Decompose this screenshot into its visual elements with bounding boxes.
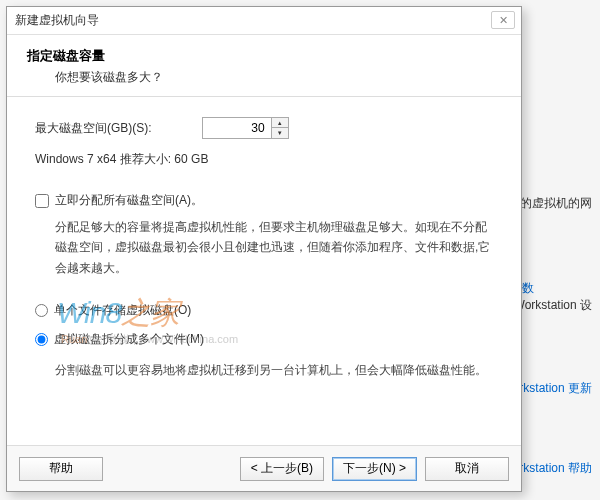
allocate-now-checkbox[interactable] <box>35 194 49 208</box>
split-multi-label: 虚拟磁盘拆分成多个文件(M) <box>54 331 204 348</box>
titlebar: 新建虚拟机向导 ✕ <box>7 7 521 35</box>
help-button[interactable]: 帮助 <box>19 457 103 481</box>
header-title: 指定磁盘容量 <box>27 47 501 65</box>
close-button[interactable]: ✕ <box>491 11 515 29</box>
allocate-now-row: 立即分配所有磁盘空间(A)。 <box>35 192 493 209</box>
wizard-footer: 帮助 < 上一步(B) 下一步(N) > 取消 <box>7 445 521 491</box>
header-subtitle: 你想要该磁盘多大？ <box>27 69 501 86</box>
split-single-radio[interactable] <box>35 304 48 317</box>
split-single-row: 单个文件存储虚拟磁盘(O) <box>35 302 493 319</box>
allocate-description: 分配足够大的容量将提高虚拟机性能，但要求主机物理磁盘足够大。如现在不分配磁盘空间… <box>35 217 493 278</box>
split-multi-row: 虚拟磁盘拆分成多个文件(M) <box>35 331 493 348</box>
recommended-size: Windows 7 x64 推荐大小: 60 GB <box>35 151 493 168</box>
new-vm-wizard-dialog: 新建虚拟机向导 ✕ 指定磁盘容量 你想要该磁盘多大？ 最大磁盘空间(GB)(S)… <box>6 6 522 492</box>
spinner-down[interactable]: ▼ <box>272 128 288 138</box>
disk-size-spinner[interactable]: ▲ ▼ <box>202 117 289 139</box>
spinner-up[interactable]: ▲ <box>272 118 288 128</box>
split-single-label: 单个文件存储虚拟磁盘(O) <box>54 302 191 319</box>
dialog-title: 新建虚拟机向导 <box>15 12 99 29</box>
back-button[interactable]: < 上一步(B) <box>240 457 324 481</box>
split-description: 分割磁盘可以更容易地将虚拟机迁移到另一台计算机上，但会大幅降低磁盘性能。 <box>35 360 493 380</box>
close-icon: ✕ <box>499 14 508 27</box>
next-button[interactable]: 下一步(N) > <box>332 457 417 481</box>
disk-size-input[interactable] <box>202 117 272 139</box>
spinner-arrows: ▲ ▼ <box>272 117 289 139</box>
max-disk-row: 最大磁盘空间(GB)(S): ▲ ▼ <box>35 117 493 139</box>
wizard-content: 最大磁盘空间(GB)(S): ▲ ▼ Windows 7 x64 推荐大小: 6… <box>7 97 521 445</box>
max-disk-label: 最大磁盘空间(GB)(S): <box>35 120 152 137</box>
cancel-button[interactable]: 取消 <box>425 457 509 481</box>
wizard-header: 指定磁盘容量 你想要该磁盘多大？ <box>7 35 521 97</box>
split-multi-radio[interactable] <box>35 333 48 346</box>
allocate-now-label: 立即分配所有磁盘空间(A)。 <box>55 192 203 209</box>
